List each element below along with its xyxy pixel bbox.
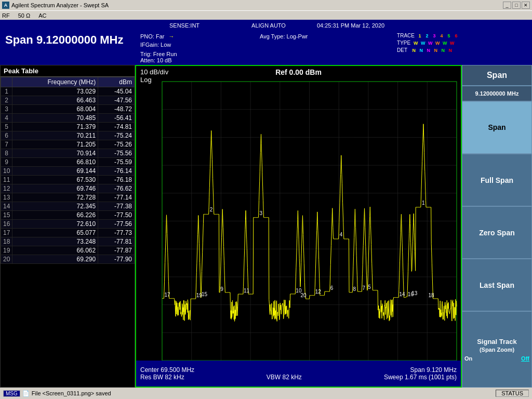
row-dbm: -74.81 — [98, 123, 135, 131]
sidebar-btn-span[interactable]: Span — [462, 101, 532, 154]
row-freq: 70.914 — [12, 149, 98, 158]
sidebar-btn-full-span[interactable]: Full Span — [462, 154, 532, 206]
det-3: N — [425, 47, 432, 54]
spectrum-footer: Center 69.500 MHz Span 9.120 MHz Res BW … — [136, 361, 461, 387]
row-number: 8 — [1, 149, 12, 158]
table-row: 16 72.610 -77.56 — [1, 220, 135, 229]
col-freq: Frequency (MHz) — [12, 77, 98, 87]
row-number: 4 — [1, 114, 12, 123]
type-1: W — [413, 40, 419, 46]
row-freq: 65.077 — [12, 229, 98, 237]
spectrum-ref: Ref 0.00 dBm — [275, 68, 322, 76]
datetime-label: 04:25:31 PM Mar 12, 2020 — [317, 22, 384, 29]
row-number: 16 — [1, 220, 12, 229]
row-freq: 71.205 — [12, 140, 98, 149]
row-number: 20 — [1, 255, 12, 264]
peak-table-body: 1 73.029 -45.042 66.463 -47.563 68.004 -… — [1, 87, 135, 264]
title-bar: A Agilent Spectrum Analyzer - Swept SA _… — [0, 0, 532, 10]
row-number: 14 — [1, 202, 12, 211]
row-dbm: -77.50 — [98, 211, 135, 220]
table-row: 19 66.062 -77.87 — [1, 246, 135, 255]
row-freq: 68.004 — [12, 105, 98, 114]
title-text: Agilent Spectrum Analyzer - Swept SA — [11, 2, 109, 8]
db-per-div: 10 dB/div — [140, 68, 168, 76]
row-number: 19 — [1, 246, 12, 255]
peak-table-container: Peak Table Frequency (MHz) dBm 1 73.029 … — [0, 65, 135, 388]
row-number: 13 — [1, 193, 12, 202]
table-row: 18 73.248 -77.81 — [1, 237, 135, 246]
table-row: 8 70.914 -75.56 — [1, 149, 135, 158]
avg-type-label: Avg Type: Log-Pwr — [260, 33, 527, 39]
row-freq: 69.144 — [12, 167, 98, 176]
vbw: VBW 82 kHz — [267, 374, 302, 381]
main-layout: Peak Table Frequency (MHz) dBm 1 73.029 … — [0, 65, 532, 388]
sidebar-btn-zero-span[interactable]: Zero Span — [462, 206, 532, 259]
signal-track-on[interactable]: On — [464, 355, 472, 362]
signal-track-label: Signal Track(Span Zoom) — [477, 338, 517, 353]
menu-item-ac[interactable]: AC — [38, 12, 46, 19]
table-row: 12 69.746 -76.62 — [1, 184, 135, 193]
row-dbm: -77.56 — [98, 220, 135, 229]
spectrum-canvas — [136, 66, 461, 387]
row-dbm: -48.72 — [98, 105, 135, 114]
row-freq: 70.211 — [12, 131, 98, 140]
sidebar-btn-signal-track[interactable]: Signal Track(Span Zoom) On Off — [462, 311, 532, 388]
right-sidebar: Span 9.12000000 MHz Span Full Span Zero … — [462, 65, 532, 388]
span-display: Span 9.12000000 MHz — [5, 33, 130, 47]
row-dbm: -77.38 — [98, 202, 135, 211]
atten-label: Atten: 10 dB — [140, 57, 249, 63]
table-row: 3 68.004 -48.72 — [1, 105, 135, 114]
trace-6: 6 — [453, 33, 459, 39]
menu-item-impedance[interactable]: 50 Ω — [18, 12, 31, 19]
app-icon: A — [2, 2, 9, 9]
row-number: 5 — [1, 123, 12, 131]
if-gain-label: IFGain: Low — [140, 42, 249, 48]
close-button[interactable]: ✕ — [522, 2, 530, 9]
sidebar-span-value-label: 9.12000000 MHz — [462, 86, 532, 101]
row-number: 9 — [1, 158, 12, 167]
row-dbm: -76.14 — [98, 167, 135, 176]
spectrum-scale-header: 10 dB/div Log — [140, 68, 168, 84]
row-dbm: -75.56 — [98, 149, 135, 158]
det-5: N — [440, 47, 446, 54]
menu-item-rf[interactable]: RF — [2, 12, 10, 19]
row-dbm: -75.59 — [98, 158, 135, 167]
sidebar-btn-last-span[interactable]: Last Span — [462, 259, 532, 311]
row-dbm: -77.14 — [98, 193, 135, 202]
row-freq: 69.746 — [12, 184, 98, 193]
table-row: 14 72.345 -77.38 — [1, 202, 135, 211]
scale-type: Log — [140, 76, 152, 84]
table-row: 6 70.211 -75.24 — [1, 131, 135, 140]
row-number: 2 — [1, 96, 12, 105]
row-freq: 72.610 — [12, 220, 98, 229]
trace-2: 2 — [424, 33, 430, 39]
det-4: N — [433, 47, 439, 54]
signal-track-off[interactable]: Off — [521, 355, 529, 362]
row-freq: 67.530 — [12, 176, 98, 184]
table-row: 20 69.290 -77.90 — [1, 255, 135, 264]
sense-int-label: SENSE:INT — [169, 22, 200, 29]
table-row: 1 73.029 -45.04 — [1, 87, 135, 96]
align-auto-label: ALIGN AUTO — [251, 22, 286, 29]
row-number: 1 — [1, 87, 12, 96]
info-bar: SENSE:INT ALIGN AUTO 04:25:31 PM Mar 12,… — [0, 20, 532, 31]
pno-label: PNO: Far — [140, 33, 164, 39]
row-dbm: -45.04 — [98, 87, 135, 96]
trace-label: TRACE — [397, 32, 415, 39]
type-label: TYPE — [397, 39, 410, 47]
header-panel: Span 9.12000000 MHz PNO: Far → IFGain: L… — [0, 31, 532, 65]
table-row: 2 66.463 -47.56 — [1, 96, 135, 105]
row-number: 12 — [1, 184, 12, 193]
det-6: N — [447, 47, 454, 54]
det-2: N — [418, 47, 424, 54]
row-dbm: -77.87 — [98, 246, 135, 255]
peak-table: Frequency (MHz) dBm 1 73.029 -45.042 66.… — [1, 77, 135, 264]
type-5: W — [442, 40, 448, 46]
minimize-button[interactable]: _ — [503, 2, 511, 9]
maximize-button[interactable]: □ — [512, 2, 521, 9]
row-number: 3 — [1, 105, 12, 114]
row-number: 18 — [1, 237, 12, 246]
spectrum-container: 10 dB/div Log Ref 0.00 dBm -10.0 -20.0 -… — [135, 65, 462, 388]
trace-3: 3 — [431, 33, 437, 39]
row-number: 15 — [1, 211, 12, 220]
